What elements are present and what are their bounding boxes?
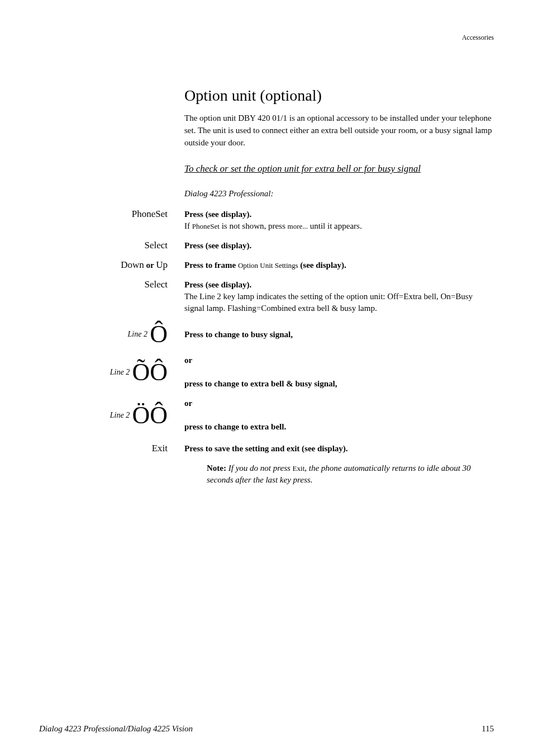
instruction-row: Exit Press to save the setting and exit … bbox=[39, 443, 494, 455]
right-text: Press to save the setting and exit (see … bbox=[184, 443, 494, 455]
label-down: Down bbox=[121, 259, 144, 270]
right-text: Press (see display). The Line 2 key lamp… bbox=[184, 279, 494, 314]
label-or: or bbox=[144, 261, 156, 270]
bold-text: (see display). bbox=[298, 261, 346, 270]
bold-text: Press (see display). bbox=[184, 241, 251, 250]
page: Accessories Option unit (optional) The o… bbox=[0, 0, 533, 756]
bold-text: Press to change to busy signal, bbox=[184, 330, 293, 339]
left-label-line2: Line 2 ÖÔ bbox=[39, 403, 184, 428]
left-label-select: Select bbox=[39, 279, 184, 290]
right-text: Press (see display). If PhoneSet is not … bbox=[184, 209, 494, 232]
left-label-down-up: Down or Up bbox=[39, 259, 184, 271]
small-text-option-unit: Option Unit Settings bbox=[238, 261, 298, 270]
right-text: Press to frame Option Unit Settings (see… bbox=[184, 259, 494, 271]
plain-text: If bbox=[184, 221, 192, 230]
footer: Dialog 4223 Professional/Dialog 4225 Vis… bbox=[39, 724, 494, 734]
line-label: Line 2 bbox=[110, 411, 130, 420]
section-title: Option unit (optional) bbox=[184, 87, 494, 105]
instruction-row: Down or Up Press to frame Option Unit Se… bbox=[39, 259, 494, 271]
left-label-line2: Line 2 ÕÔ bbox=[39, 360, 184, 385]
small-text-more: more... bbox=[288, 222, 308, 230]
key-icon: Ô bbox=[150, 322, 168, 347]
key-icon: Ô bbox=[150, 403, 168, 428]
header-category: Accessories bbox=[39, 34, 494, 42]
left-label-phoneset: PhoneSet bbox=[39, 209, 184, 220]
instruction-row: Line 2 ÕÔ or press to change to extra be… bbox=[39, 355, 494, 390]
key-icon: Ö bbox=[132, 403, 150, 428]
left-label-select: Select bbox=[39, 240, 184, 251]
or-text: or bbox=[184, 356, 192, 365]
right-text: Press (see display). bbox=[184, 240, 494, 252]
right-text: Press to change to busy signal, bbox=[184, 329, 494, 341]
line-label: Line 2 bbox=[128, 330, 147, 339]
bold-text: Press to save the setting and exit (see … bbox=[184, 444, 348, 453]
bold-text: press to change to extra bell. bbox=[184, 422, 286, 431]
note-label: Note: bbox=[207, 464, 229, 472]
bold-text: press to change to extra bell & busy sig… bbox=[184, 379, 337, 388]
instruction-row: PhoneSet Press (see display). If PhoneSe… bbox=[39, 209, 494, 232]
model-label: Dialog 4223 Professional: bbox=[184, 189, 494, 199]
key-icon: Ô bbox=[150, 360, 168, 385]
note-block: Note: If you do not press Exit, the phon… bbox=[207, 462, 494, 486]
plain-text: The Line 2 key lamp indicates the settin… bbox=[184, 292, 473, 313]
bold-text: Press (see display). bbox=[184, 280, 251, 289]
instruction-row: Line 2 ÖÔ or press to change to extra be… bbox=[39, 398, 494, 433]
bold-text: Press (see display). bbox=[184, 210, 251, 219]
plain-text: until it appears. bbox=[308, 221, 362, 230]
plain-text: is not shown, press bbox=[220, 221, 288, 230]
main-content: Option unit (optional) The option unit D… bbox=[184, 87, 494, 199]
intro-text: The option unit DBY 420 01/1 is an optio… bbox=[184, 112, 494, 149]
right-text: or press to change to extra bell & busy … bbox=[184, 355, 494, 390]
footer-page-number: 115 bbox=[482, 724, 494, 734]
instruction-row: Select Press (see display). The Line 2 k… bbox=[39, 279, 494, 314]
key-icon: Õ bbox=[132, 360, 150, 385]
label-up: Up bbox=[156, 259, 168, 270]
footer-left: Dialog 4223 Professional/Dialog 4225 Vis… bbox=[39, 724, 193, 734]
instruction-row: Select Press (see display). bbox=[39, 240, 494, 252]
small-text-phoneset: PhoneSet bbox=[192, 222, 220, 230]
instruction-row: Line 2 Ô Press to change to busy signal, bbox=[39, 322, 494, 347]
left-label-line2: Line 2 Ô bbox=[39, 322, 184, 347]
note-exit-small: Exit bbox=[293, 464, 305, 472]
left-label-exit: Exit bbox=[39, 443, 184, 454]
bold-text: Press to frame bbox=[184, 261, 238, 270]
subsection-title: To check or set the option unit for extr… bbox=[184, 163, 494, 174]
right-text: or press to change to extra bell. bbox=[184, 398, 494, 433]
or-text: or bbox=[184, 399, 192, 408]
note-text: If you do not press bbox=[229, 464, 293, 472]
line-label: Line 2 bbox=[110, 368, 130, 377]
